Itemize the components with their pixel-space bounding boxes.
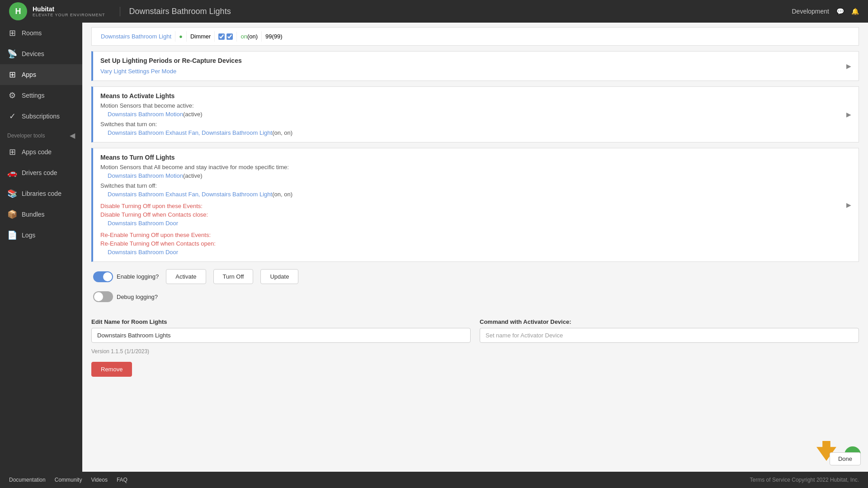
sidebar-item-subscriptions[interactable]: ✓ Subscriptions: [0, 106, 82, 127]
sensors-label: Motion Sensors that become active:: [100, 102, 846, 109]
turnoff-switches-row: Downstairs Bathroom Exhaust Fan, Downsta…: [100, 190, 846, 198]
debug-logging-wrap: Debug logging?: [91, 291, 859, 309]
sidebar-item-libraries-code[interactable]: 📚 Libraries code: [0, 183, 82, 204]
device-on-cell: on(on): [237, 31, 262, 42]
bundles-icon: 📦: [7, 209, 17, 219]
turnoff-sensor-state: (active): [183, 172, 203, 179]
device-status-dot: ●: [175, 31, 187, 42]
devices-icon: 📡: [7, 49, 17, 59]
sidebar-item-apps-code[interactable]: ⊞ Apps code: [0, 142, 82, 162]
footer-videos-link[interactable]: Videos: [91, 477, 107, 483]
sidebar-item-devices[interactable]: 📡 Devices: [0, 43, 82, 64]
activate-title: Means to Activate Lights: [100, 92, 846, 99]
activate-switches-link[interactable]: Downstairs Bathroom Exhaust Fan, Downsta…: [108, 129, 272, 136]
debug-logging-toggle[interactable]: [93, 291, 113, 302]
toggle-knob: [103, 272, 112, 281]
footer-community-link[interactable]: Community: [55, 477, 82, 483]
sidebar-item-label: Logs: [22, 232, 35, 239]
vary-light-settings-link[interactable]: Vary Light Settings Per Mode: [100, 68, 176, 75]
switches-row: Downstairs Bathroom Exhaust Fan, Downsta…: [100, 128, 846, 137]
topbar-left: H Hubitat ELEVATE YOUR ENVIRONMENT Downs…: [9, 2, 231, 20]
disable-contacts-label: Disable Turning Off when Contacts close:: [100, 211, 846, 218]
device-link-cell[interactable]: Downstairs Bathroom Light: [97, 31, 175, 42]
sidebar-item-apps[interactable]: ⊞ Apps: [0, 64, 82, 85]
logo-text-block: Hubitat ELEVATE YOUR ENVIRONMENT: [33, 5, 105, 18]
turnoff-content: Means to Turn Off Lights Motion Sensors …: [100, 154, 846, 256]
activate-lights-card: Means to Activate Lights Motion Sensors …: [91, 86, 859, 142]
activate-switches-state: (on, on): [272, 129, 292, 136]
sidebar-item-label: Apps code: [22, 148, 52, 156]
logo-icon: H: [9, 2, 27, 20]
footer-copyright: Terms of Service Copyright 2022 Hubitat,…: [750, 477, 859, 483]
lighting-periods-content: Set Up Lighting Periods or Re-Capture De…: [100, 57, 242, 75]
bell-icon[interactable]: 🔔: [851, 8, 859, 15]
disable-contact-link[interactable]: Downstairs Bathroom Door: [108, 220, 178, 227]
activate-lights-row: Means to Activate Lights Motion Sensors …: [100, 92, 851, 137]
topbar-right: Development 💬 🔔: [792, 8, 859, 15]
reenable-contact-link[interactable]: Downstairs Bathroom Door: [108, 249, 178, 256]
remove-button[interactable]: Remove: [91, 362, 132, 377]
turnoff-sensor-link[interactable]: Downstairs Bathroom Motion: [108, 172, 183, 179]
turnoff-switches-label: Switches that turn off:: [100, 182, 846, 189]
lighting-periods-title: Set Up Lighting Periods or Re-Capture De…: [100, 57, 242, 64]
switches-on-label: Switches that turn on:: [100, 121, 846, 128]
disable-events-label: Disable Turning Off upon these Events:: [100, 203, 846, 209]
rooms-icon: ⊞: [7, 28, 17, 38]
main-layout: ⊞ Rooms 📡 Devices ⊞ Apps ⚙ Settings ✓ Su…: [0, 23, 868, 472]
sidebar-item-bundles[interactable]: 📦 Bundles: [0, 204, 82, 225]
debug-logging-label: Debug logging?: [117, 294, 158, 300]
turnoff-title: Means to Turn Off Lights: [100, 154, 846, 161]
activate-content: Means to Activate Lights Motion Sensors …: [100, 92, 846, 137]
env-label: Development: [792, 8, 830, 15]
turnoff-switches-link[interactable]: Downstairs Bathroom Exhaust Fan, Downsta…: [108, 191, 272, 198]
logo-title: Hubitat: [33, 5, 105, 13]
sidebar-item-label: Drivers code: [22, 169, 57, 176]
form-section: Edit Name for Room Lights Command with A…: [91, 318, 859, 343]
sidebar-item-drivers-code[interactable]: 🚗 Drivers code: [0, 162, 82, 183]
enable-logging-toggle[interactable]: [93, 271, 113, 282]
debug-toggle-knob: [94, 292, 103, 301]
apps-icon: ⊞: [7, 70, 17, 80]
sidebar-item-label: Rooms: [22, 29, 42, 37]
sidebar-item-label: Libraries code: [22, 190, 61, 197]
checkbox-1[interactable]: [218, 33, 225, 40]
sidebar-item-label: Subscriptions: [22, 113, 60, 120]
disable-contact-row: Downstairs Bathroom Door: [100, 219, 846, 227]
sidebar-item-settings[interactable]: ⚙ Settings: [0, 85, 82, 106]
developer-tools-section: Developer tools ◀: [0, 127, 82, 142]
device-table-row: Downstairs Bathroom Light ● Dimmer on(on…: [91, 27, 859, 46]
turn-off-button[interactable]: Turn Off: [213, 269, 254, 284]
done-button[interactable]: Done: [830, 452, 861, 465]
activate-button[interactable]: Activate: [166, 269, 206, 284]
activator-input[interactable]: [480, 328, 859, 343]
chat-icon[interactable]: 💬: [836, 8, 844, 15]
reenable-label: Re-Enable Turning Off upon these Events:: [100, 232, 846, 238]
turnoff-chevron-icon: ▶: [846, 201, 851, 208]
device-link[interactable]: Downstairs Bathroom Light: [101, 33, 171, 40]
checkbox-2[interactable]: [226, 33, 233, 40]
activate-sensor-link[interactable]: Downstairs Bathroom Motion: [108, 111, 183, 118]
turnoff-sensor-row: Downstairs Bathroom Motion(active): [100, 171, 846, 180]
dev-section-label: Developer tools: [7, 133, 45, 139]
turnoff-lights-card: Means to Turn Off Lights Motion Sensors …: [91, 148, 859, 262]
activator-form-group: Command with Activator Device:: [480, 318, 859, 343]
actions-row: Enable logging? Activate Turn Off Update: [91, 269, 859, 284]
sidebar-item-logs[interactable]: 📄 Logs: [0, 225, 82, 246]
room-name-input[interactable]: [91, 328, 471, 343]
activate-chevron-icon: ▶: [846, 111, 851, 118]
footer-documentation-link[interactable]: Documentation: [9, 477, 46, 483]
device-type-cell: Dimmer: [187, 31, 215, 42]
footer-faq-link[interactable]: FAQ: [117, 477, 127, 483]
main-content: Downstairs Bathroom Light ● Dimmer on(on…: [82, 23, 868, 472]
activator-label: Command with Activator Device:: [480, 318, 859, 325]
device-level-cell: 99(99): [262, 31, 286, 42]
name-form-group: Edit Name for Room Lights: [91, 318, 471, 343]
collapse-icon[interactable]: ◀: [70, 131, 75, 140]
update-button[interactable]: Update: [260, 269, 298, 284]
sidebar-item-rooms[interactable]: ⊞ Rooms: [0, 23, 82, 43]
enable-logging-label: Enable logging?: [117, 273, 159, 280]
settings-icon: ⚙: [7, 90, 17, 100]
lighting-periods-row: Set Up Lighting Periods or Re-Capture De…: [100, 57, 851, 75]
logo-subtitle: ELEVATE YOUR ENVIRONMENT: [33, 13, 105, 17]
sidebar-item-label: Apps: [22, 71, 36, 78]
